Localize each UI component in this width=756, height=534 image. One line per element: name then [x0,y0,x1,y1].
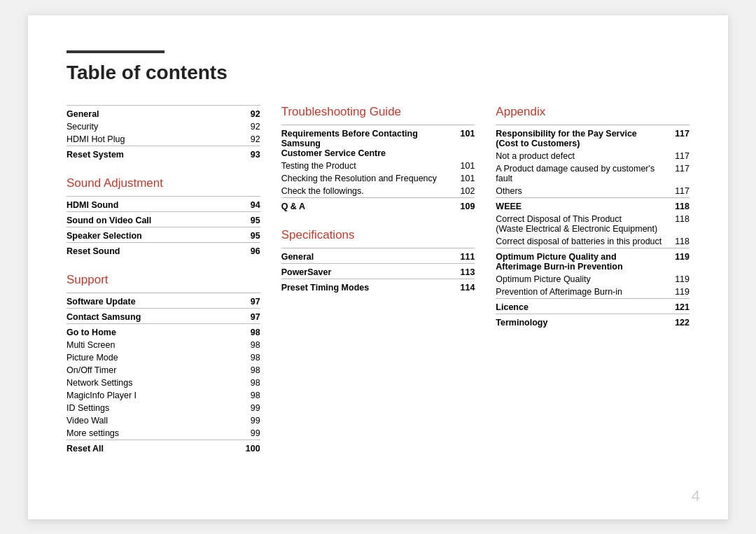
entry-page: 114 [442,279,475,294]
table-row: Go to Home 98 [66,323,260,339]
entry-page: 99 [223,427,260,440]
table-row: Check the followings. 102 [281,185,475,198]
entry-page: 97 [223,308,260,323]
entry-label: General [281,248,442,263]
entry-label: Contact Samsung [66,308,223,323]
support-heading: Support [66,273,260,287]
entry-label: Software Update [66,293,223,308]
table-row: Correct Disposal of This Product(Waste E… [496,213,690,235]
entry-label: Optimum Picture Quality andAfterimage Bu… [496,248,671,273]
table-row: Preset Timing Modes 114 [281,279,475,294]
entry-label: Responsibility for the Pay Service(Cost … [496,125,671,150]
table-row: Picture Mode 98 [66,351,260,364]
table-row: MagicInfo Player I 98 [66,389,260,402]
page: Table of contents General 92 Security 92… [28,15,728,519]
table-row: Checking the Resolution and Frequency 10… [281,172,475,185]
entry-page: 95 [234,227,260,242]
entry-label: More settings [66,427,223,440]
table-row: Terminology 122 [496,314,690,329]
support-table: Software Update 97 Contact Samsung 97 Go… [66,293,260,455]
table-row: Reset Sound 96 [66,242,260,258]
entry-page: 102 [456,185,475,198]
general-table: General 92 Security 92 HDMI Hot Plug 92 … [66,105,260,161]
entry-label: Check the followings. [281,185,457,198]
entry-page: 98 [223,323,260,339]
table-row: PowerSaver 113 [281,263,475,279]
table-row: HDMI Hot Plug 92 [66,133,260,146]
entry-label: Q & A [281,197,457,213]
entry-label: Sound on Video Call [66,211,234,227]
table-row: Contact Samsung 97 [66,308,260,323]
table-row: WEEE 118 [496,197,690,213]
entry-page: 99 [223,402,260,414]
entry-label: Testing the Product [281,160,457,172]
entry-page: 99 [223,414,260,427]
entry-label: Reset System [66,146,225,161]
table-row: Software Update 97 [66,293,260,308]
table-row: Multi Screen 98 [66,339,260,351]
entry-label: Video Wall [66,414,223,427]
toc-columns: General 92 Security 92 HDMI Hot Plug 92 … [66,105,690,455]
entry-label: Security [66,120,225,133]
entry-page: 101 [456,125,475,160]
sound-adjustment-heading: Sound Adjustment [66,176,260,190]
page-number: 4 [692,487,700,505]
entry-page: 92 [225,120,260,133]
entry-label: WEEE [496,197,671,213]
entry-label: On/Off Timer [66,364,223,377]
entry-page: 118 [671,213,690,235]
entry-page: 97 [223,293,260,308]
entry-page: 119 [671,286,690,299]
entry-label: Optimum Picture Quality [496,273,671,286]
col2: Troubleshooting Guide Requirements Befor… [281,105,496,455]
table-row: Video Wall 99 [66,414,260,427]
entry-label: Reset All [66,440,223,455]
entry-page: 118 [671,197,690,213]
table-row: Reset All 100 [66,440,260,455]
table-row: On/Off Timer 98 [66,364,260,377]
entry-label: PowerSaver [281,263,442,279]
table-row: HDMI Sound 94 [66,196,260,211]
page-title: Table of contents [66,62,690,84]
entry-label: Checking the Resolution and Frequency [281,172,457,185]
entry-page: 98 [223,389,260,402]
table-row: Testing the Product 101 [281,160,475,172]
entry-page: 95 [234,211,260,227]
entry-page: 92 [225,133,260,146]
entry-page: 101 [456,172,475,185]
entry-label: Terminology [496,314,671,329]
table-row: Speaker Selection 95 [66,227,260,242]
entry-label: Correct disposal of batteries in this pr… [496,235,671,248]
entry-label: HDMI Sound [66,196,234,211]
table-row: Network Settings 98 [66,377,260,389]
entry-label: A Product damage caused by customer's fa… [496,162,671,185]
entry-page: 98 [223,364,260,377]
entry-page: 119 [671,248,690,273]
entry-page: 94 [234,196,260,211]
entry-label: Not a product defect [496,150,671,162]
table-row: Sound on Video Call 95 [66,211,260,227]
entry-label: ID Settings [66,402,223,414]
entry-label: Licence [496,298,671,314]
table-row: General 92 [66,105,260,120]
title-bar [66,50,164,53]
entry-page: 98 [223,339,260,351]
table-row: Others 117 [496,185,690,198]
table-row: Optimum Picture Quality andAfterimage Bu… [496,248,690,273]
table-row: More settings 99 [66,427,260,440]
troubleshooting-heading: Troubleshooting Guide [281,105,475,119]
entry-label: Multi Screen [66,339,223,351]
table-row: Security 92 [66,120,260,133]
table-row: ID Settings 99 [66,402,260,414]
table-row: Licence 121 [496,298,690,314]
entry-page: 117 [671,150,690,162]
specifications-heading: Specifications [281,228,475,242]
table-row: A Product damage caused by customer's fa… [496,162,690,185]
entry-page: 111 [442,248,475,263]
entry-page: 122 [671,314,690,329]
entry-page: 117 [671,125,690,150]
col3: Appendix Responsibility for the Pay Serv… [496,105,690,455]
entry-page: 119 [671,273,690,286]
table-row: Not a product defect 117 [496,150,690,162]
entry-label: Prevention of Afterimage Burn-in [496,286,671,299]
